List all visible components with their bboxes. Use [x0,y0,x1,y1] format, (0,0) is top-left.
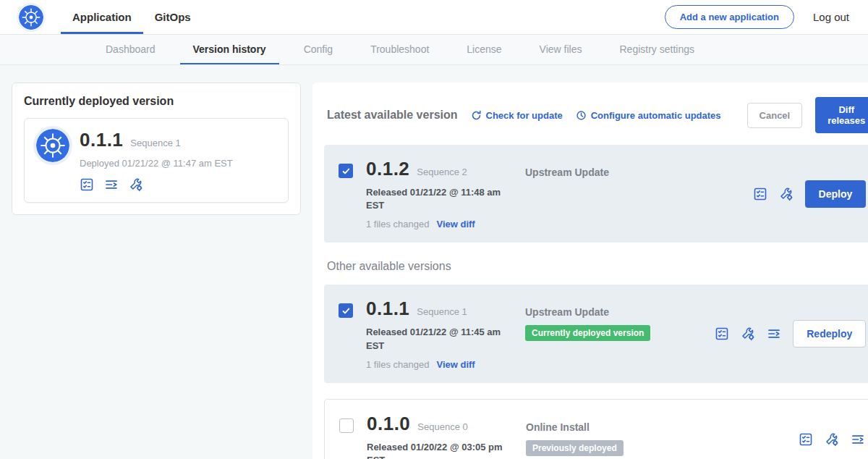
previously-deployed-badge: Previously deployed [526,440,624,456]
checkmark-icon [341,306,351,316]
row-sequence-label: Sequence 1 [417,306,467,317]
config-icon[interactable] [825,432,839,447]
topnav-tabs: Application GitOps [61,0,203,34]
version-history-panel: Latest available version Check for updat… [312,83,868,459]
deployed-version-number: 0.1.1 [80,129,123,151]
top-navbar: Application GitOps Add a new application… [0,0,868,35]
version-source-label: Upstream Update [525,167,753,178]
subnav-item-view-files[interactable]: View files [527,35,595,64]
version-row-0-1-2: 0.1.2 Sequence 2 Released 01/21/22 @ 11:… [324,145,868,243]
subnav-item-troubleshoot[interactable]: Troubleshoot [357,35,442,64]
latest-available-title: Latest available version [327,109,458,122]
row-sequence-label: Sequence 2 [417,167,467,177]
version-checkbox[interactable] [339,418,354,433]
deployed-timestamp: Deployed 01/21/22 @ 11:47 am EST [80,158,233,169]
subnav-item-dashboard[interactable]: Dashboard [93,35,169,64]
add-application-button[interactable]: Add a new application [665,5,794,29]
subnav-item-version-history[interactable]: Version history [180,35,279,64]
deployed-card-title: Currently deployed version [24,95,289,108]
configure-automatic-updates-link[interactable]: Configure automatic updates [576,110,721,121]
row-version-number: 0.1.1 [366,298,409,320]
subnav-item-license[interactable]: License [454,35,514,64]
refresh-icon [471,110,482,121]
cancel-button[interactable]: Cancel [747,103,803,128]
deploy-button[interactable]: Deploy [805,180,867,208]
row-sequence-label: Sequence 0 [417,421,467,432]
deployed-sequence-label: Sequence 1 [130,138,180,148]
redeploy-button[interactable]: Redeploy [793,320,866,348]
row-version-number: 0.1.2 [366,158,409,180]
version-source-label: Online Install [526,421,799,433]
currently-deployed-card: Currently deployed version 0.1.1 Sequenc… [12,83,301,215]
version-row-0-1-1: 0.1.1 Sequence 1 Released 01/21/22 @ 11:… [324,285,868,382]
release-notes-icon[interactable] [799,432,813,447]
currently-deployed-badge: Currently deployed version [525,325,650,341]
deployed-version-tile: 0.1.1 Sequence 1 Deployed 01/21/22 @ 11:… [24,118,289,203]
subnav-item-registry-settings[interactable]: Registry settings [606,35,707,64]
app-subnav: Dashboard Version history Config Trouble… [0,35,868,65]
config-icon[interactable] [129,177,143,192]
files-changed-label: 1 files changed [366,219,429,230]
view-diff-link[interactable]: View diff [436,219,475,230]
release-notes-icon[interactable] [753,187,767,201]
clock-icon [576,110,587,121]
other-versions-title: Other available versions [327,260,868,273]
diff-releases-button[interactable]: Diff releases [815,97,868,133]
deploy-logs-icon[interactable] [767,327,781,341]
logout-link[interactable]: Log out [813,11,849,23]
app-kubernetes-icon [36,129,69,162]
deploy-logs-icon[interactable] [104,177,119,192]
subnav-item-config[interactable]: Config [291,35,346,64]
release-notes-icon[interactable] [80,177,94,192]
release-notes-icon[interactable] [715,327,729,341]
kubernetes-logo-icon [19,5,43,30]
topnav-tab-label: Application [72,11,132,23]
latest-available-header: Latest available version Check for updat… [324,93,868,145]
view-diff-link[interactable]: View diff [436,359,475,370]
topnav-tab-application[interactable]: Application [61,0,143,34]
config-icon[interactable] [779,187,793,201]
version-checkbox[interactable] [339,303,353,318]
row-version-number: 0.1.0 [367,413,410,435]
files-changed-label: 1 files changed [366,359,429,370]
check-for-update-link[interactable]: Check for update [471,110,563,121]
checkmark-icon [341,167,351,176]
deploy-logs-icon[interactable] [851,432,865,447]
row-released-timestamp: Released 01/21/22 @ 11:45 am EST [366,326,503,352]
row-released-timestamp: Released 01/20/22 @ 03:05 pm EST [367,441,504,459]
version-source-label: Upstream Update [525,306,715,318]
config-icon[interactable] [741,327,755,341]
version-checkbox[interactable] [339,164,353,178]
version-row-0-1-0: 0.1.0 Sequence 0 Released 01/20/22 @ 03:… [324,399,868,459]
main-content: Currently deployed version 0.1.1 Sequenc… [0,65,868,459]
topnav-tab-label: GitOps [155,11,191,23]
topnav-tab-gitops[interactable]: GitOps [143,0,203,34]
row-released-timestamp: Released 01/21/22 @ 11:48 am EST [366,186,503,212]
